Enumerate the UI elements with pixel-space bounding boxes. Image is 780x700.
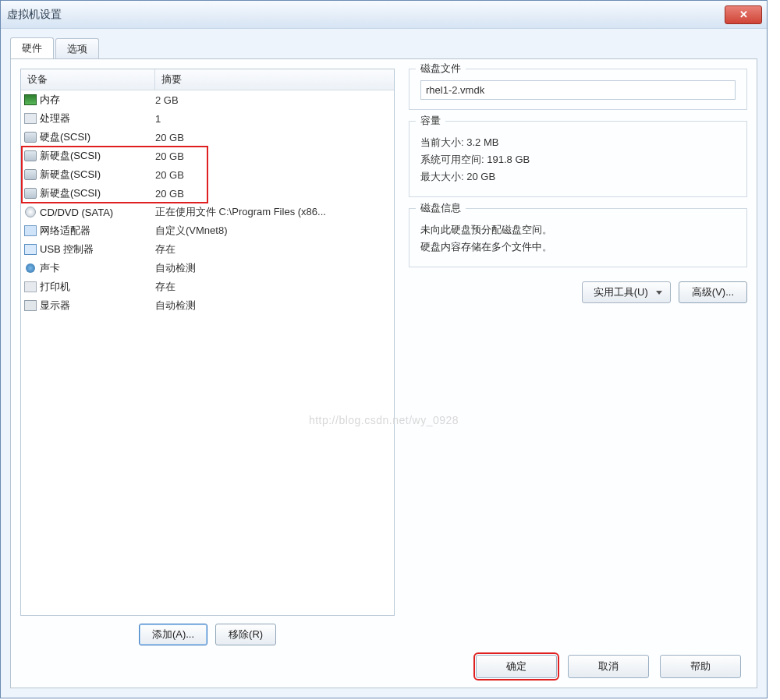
chevron-down-icon (656, 291, 662, 295)
device-row[interactable]: 新硬盘(SCSI)20 GB (21, 147, 394, 165)
cd-icon (21, 207, 40, 217)
disk-icon (21, 188, 40, 199)
device-name: 新硬盘(SCSI) (40, 168, 155, 182)
advanced-button[interactable]: 高级(V)... (679, 281, 747, 303)
disk-info-line1: 未向此硬盘预分配磁盘空间。 (420, 223, 736, 237)
device-name: 新硬盘(SCSI) (40, 186, 155, 200)
tab-options[interactable]: 选项 (55, 38, 99, 59)
device-summary: 20 GB (155, 169, 394, 181)
device-row[interactable]: 声卡自动检测 (21, 259, 394, 278)
two-column-layout: 设备 摘要 内存2 GB处理器1硬盘(SCSI)20 GB新硬盘(SCSI)20… (20, 69, 747, 645)
client-area: 硬件 选项 http://blog.csdn.net/wy_0928 设备 摘要… (1, 29, 767, 698)
device-name: 声卡 (40, 261, 155, 275)
device-row[interactable]: 新硬盘(SCSI)20 GB (21, 165, 394, 184)
net-icon (21, 225, 40, 236)
capacity-free-value: 191.8 GB (487, 154, 530, 165)
disk-icon (21, 132, 40, 143)
disk-icon (21, 169, 40, 180)
ok-button[interactable]: 确定 (476, 655, 557, 678)
utility-button[interactable]: 实用工具(U) (582, 281, 671, 303)
capacity-max: 最大大小: 20 GB (420, 170, 736, 184)
device-row[interactable]: USB 控制器存在 (21, 240, 394, 259)
capacity-legend: 容量 (416, 114, 445, 128)
device-row[interactable]: CD/DVD (SATA)正在使用文件 C:\Program Files (x8… (21, 203, 394, 221)
device-row[interactable]: 硬盘(SCSI)20 GB (21, 128, 394, 147)
cancel-button[interactable]: 取消 (568, 655, 649, 678)
capacity-current-label: 当前大小: (420, 136, 464, 148)
device-summary: 自动检测 (155, 299, 394, 313)
device-summary: 20 GB (155, 150, 394, 162)
device-name: 网络适配器 (40, 224, 155, 238)
disk-info-line2: 硬盘内容存储在多个文件中。 (420, 240, 736, 254)
header-summary: 摘要 (155, 69, 394, 90)
device-row[interactable]: 处理器1 (21, 109, 394, 128)
device-summary: 1 (155, 113, 394, 125)
header-device: 设备 (21, 69, 155, 90)
device-summary: 20 GB (155, 132, 394, 143)
device-name: 新硬盘(SCSI) (40, 149, 155, 163)
disp-icon (21, 300, 40, 311)
device-summary: 2 GB (155, 94, 394, 106)
device-name: USB 控制器 (40, 242, 155, 256)
prn-icon (21, 281, 40, 292)
capacity-max-value: 20 GB (466, 171, 495, 182)
disk-file-input[interactable] (420, 80, 736, 100)
device-buttons: 添加(A)... 移除(R) (20, 616, 395, 645)
device-name: 打印机 (40, 280, 155, 294)
device-summary: 存在 (155, 242, 394, 256)
usb-icon (21, 244, 40, 255)
dialog-buttons: 确定 取消 帮助 (20, 645, 747, 678)
capacity-group: 容量 当前大小: 3.2 MB 系统可用空间: 191.8 GB 最大大小: 2… (409, 121, 747, 197)
device-row[interactable]: 内存2 GB (21, 90, 394, 109)
device-summary: 正在使用文件 C:\Program Files (x86... (155, 205, 394, 219)
device-name: 显示器 (40, 299, 155, 313)
add-device-button[interactable]: 添加(A)... (139, 624, 207, 645)
capacity-current-value: 3.2 MB (466, 136, 498, 148)
device-row[interactable]: 新硬盘(SCSI)20 GB (21, 184, 394, 203)
tab-hardware[interactable]: 硬件 (10, 37, 54, 59)
disk-info-group: 磁盘信息 未向此硬盘预分配磁盘空间。 硬盘内容存储在多个文件中。 (409, 208, 747, 267)
device-summary: 自动检测 (155, 261, 394, 275)
device-summary: 20 GB (155, 188, 394, 200)
titlebar: 虚拟机设置 ✕ (1, 1, 767, 29)
left-column: 设备 摘要 内存2 GB处理器1硬盘(SCSI)20 GB新硬盘(SCSI)20… (20, 69, 395, 645)
device-list-header: 设备 摘要 (21, 69, 394, 90)
device-name: CD/DVD (SATA) (40, 207, 155, 218)
disk-icon (21, 150, 40, 161)
device-row[interactable]: 网络适配器自定义(VMnet8) (21, 221, 394, 240)
remove-device-button[interactable]: 移除(R) (215, 624, 276, 645)
help-button[interactable]: 帮助 (660, 655, 741, 678)
capacity-free: 系统可用空间: 191.8 GB (420, 153, 736, 167)
device-name: 硬盘(SCSI) (40, 130, 155, 144)
right-column: 磁盘文件 容量 当前大小: 3.2 MB 系统可用空间: 191.8 GB (409, 69, 747, 645)
snd-icon (21, 263, 40, 273)
device-rows: 内存2 GB处理器1硬盘(SCSI)20 GB新硬盘(SCSI)20 GB新硬盘… (21, 90, 394, 615)
device-row[interactable]: 显示器自动检测 (21, 296, 394, 315)
capacity-max-label: 最大大小: (420, 171, 464, 182)
disk-file-group: 磁盘文件 (409, 69, 747, 110)
disk-info-legend: 磁盘信息 (416, 201, 466, 215)
disk-file-legend: 磁盘文件 (416, 62, 466, 76)
close-button[interactable]: ✕ (725, 5, 762, 24)
close-icon: ✕ (739, 9, 748, 20)
cpu-icon (21, 113, 40, 124)
window-title: 虚拟机设置 (7, 8, 722, 22)
utility-button-label: 实用工具(U) (594, 285, 648, 299)
device-row[interactable]: 打印机存在 (21, 278, 394, 296)
device-name: 处理器 (40, 111, 155, 126)
right-buttons: 实用工具(U) 高级(V)... (409, 281, 747, 303)
tab-body: http://blog.csdn.net/wy_0928 设备 摘要 内存2 G… (10, 58, 757, 688)
capacity-current: 当前大小: 3.2 MB (420, 136, 736, 150)
device-summary: 自定义(VMnet8) (155, 224, 394, 238)
tabstrip: 硬件 选项 (10, 37, 757, 58)
device-summary: 存在 (155, 280, 394, 294)
device-list: 设备 摘要 内存2 GB处理器1硬盘(SCSI)20 GB新硬盘(SCSI)20… (20, 69, 395, 616)
mem-icon (21, 94, 40, 105)
capacity-free-label: 系统可用空间: (420, 154, 484, 165)
device-name: 内存 (40, 93, 155, 107)
vm-settings-window: 虚拟机设置 ✕ 硬件 选项 http://blog.csdn.net/wy_09… (0, 0, 768, 698)
